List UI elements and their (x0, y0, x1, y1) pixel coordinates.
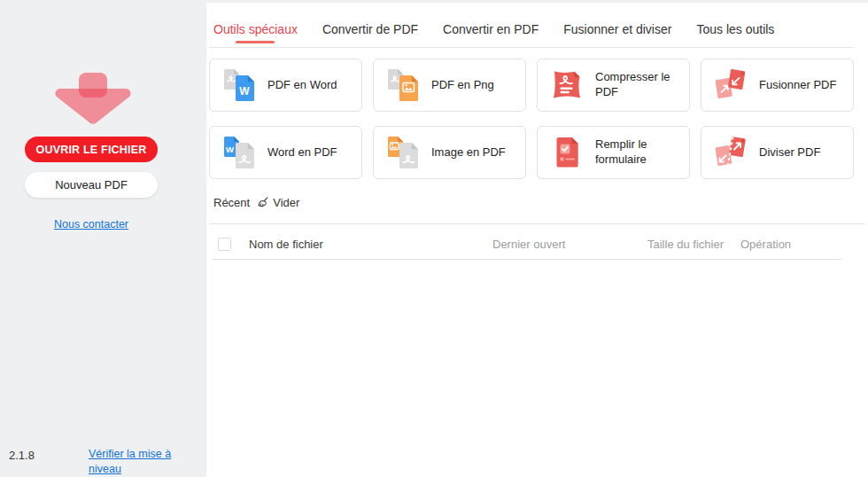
tool-label: PDF en Word (267, 78, 337, 93)
sidebar: OUVRIR LE FICHIER Nouveau PDF Nous conta… (0, 3, 206, 477)
new-pdf-button[interactable]: Nouveau PDF (25, 172, 158, 198)
tool-label: Compresser le PDF (595, 70, 682, 100)
image-to-pdf-icon (385, 135, 421, 170)
broom-icon (256, 196, 269, 209)
recent-title: Récent (213, 196, 250, 209)
column-header-operation: Opération (740, 238, 791, 251)
compress-pdf-icon (549, 67, 585, 103)
tab-bar: Outils spéciaux Convertir de PDF Convert… (213, 22, 774, 38)
pdf-to-word-icon: W (221, 67, 257, 103)
tool-word-to-pdf[interactable]: W Word en PDF (209, 126, 362, 179)
recent-section-header: Récent Vider (213, 196, 299, 209)
column-header-last-opened: Dernier ouvert (492, 238, 565, 251)
active-tab-underline (236, 41, 275, 43)
split-pdf-icon (713, 135, 748, 170)
svg-text:W: W (226, 145, 234, 154)
tool-merge-pdf[interactable]: Fusionner PDF (701, 59, 854, 112)
app-window: OUVRIR LE FICHIER Nouveau PDF Nous conta… (0, 0, 868, 477)
tab-merge-split[interactable]: Fusionner et diviser (563, 22, 671, 38)
tool-image-to-pdf[interactable]: Image en PDF (373, 126, 526, 179)
contact-us-link[interactable]: Nous contacter (54, 218, 128, 231)
tab-all-tools[interactable]: Tous les outils (696, 22, 774, 38)
tool-label: PDF en Png (431, 78, 494, 93)
tab-special-tools[interactable]: Outils spéciaux (213, 22, 298, 38)
table-header-divider (213, 259, 841, 260)
tool-pdf-to-word[interactable]: W PDF en Word (209, 59, 362, 112)
word-to-pdf-icon: W (221, 135, 257, 170)
tab-convert-to-pdf[interactable]: Convertir en PDF (443, 22, 539, 38)
column-header-file-size: Taille du fichier (647, 238, 724, 251)
pdf-to-png-icon (385, 67, 421, 103)
tool-compress-pdf[interactable]: Compresser le PDF (537, 59, 690, 112)
recent-files-table-header: Nom de fichier Dernier ouvert Taille du … (206, 231, 868, 258)
clear-recent-button[interactable]: Vider (256, 196, 299, 209)
recent-divider (210, 223, 865, 224)
tab-convert-from-pdf[interactable]: Convertir de PDF (322, 22, 418, 38)
svg-text:W: W (239, 85, 250, 98)
tool-label: Word en PDF (267, 145, 337, 160)
open-file-button[interactable]: OUVRIR LE FICHIER (25, 137, 158, 162)
tools-grid: W PDF en Word PDF en Png (209, 59, 854, 179)
main-panel: Outils spéciaux Convertir de PDF Convert… (206, 3, 868, 477)
tool-fill-form[interactable]: Remplir le formulaire (537, 126, 690, 179)
tool-label: Image en PDF (431, 145, 506, 160)
tab-label: Outils spéciaux (213, 22, 298, 36)
tool-label: Diviser PDF (759, 145, 820, 160)
merge-pdf-icon (713, 67, 748, 103)
check-upgrade-link[interactable]: Vérifier la mise à niveau (89, 448, 171, 475)
select-all-checkbox[interactable] (218, 238, 231, 251)
tool-label: Fusionner PDF (759, 78, 836, 93)
tabs-divider (210, 47, 853, 48)
tool-split-pdf[interactable]: Diviser PDF (701, 126, 854, 179)
clear-recent-label: Vider (273, 196, 299, 209)
tool-label: Remplir le formulaire (595, 137, 682, 168)
fill-form-icon (549, 135, 585, 170)
tool-pdf-to-png[interactable]: PDF en Png (373, 59, 526, 112)
download-arrow-icon (49, 69, 137, 126)
version-label: 2.1.8 (9, 449, 35, 462)
column-header-filename: Nom de fichier (249, 238, 323, 251)
